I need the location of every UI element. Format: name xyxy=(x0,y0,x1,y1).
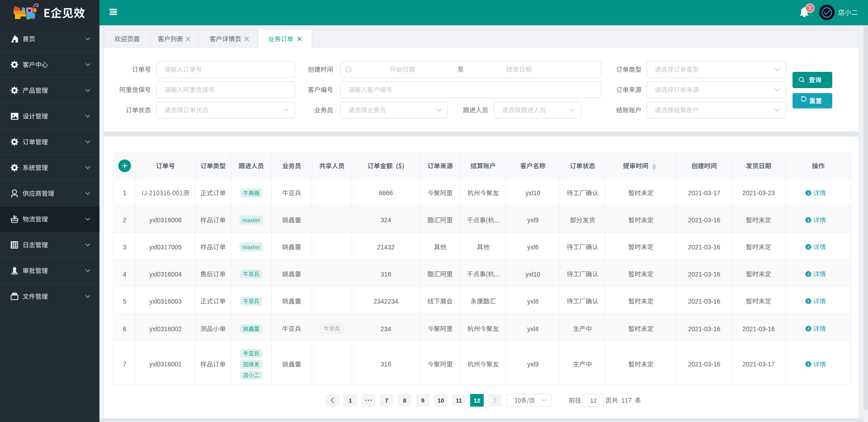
svg-text:316: 316 xyxy=(381,271,392,278)
svg-text:2021-03-16: 2021-03-16 xyxy=(688,298,721,305)
svg-text:5: 5 xyxy=(123,298,127,305)
svg-text:21432: 21432 xyxy=(377,244,395,251)
svg-text:2021-03-16: 2021-03-16 xyxy=(688,325,721,333)
svg-text:2021-03-16: 2021-03-16 xyxy=(742,325,775,333)
svg-text:7: 7 xyxy=(123,361,127,368)
svg-text:yxl4: yxl4 xyxy=(527,325,538,333)
svg-text:4: 4 xyxy=(123,271,127,278)
svg-text:i: i xyxy=(808,244,809,249)
svg-text:8: 8 xyxy=(403,397,406,404)
svg-text:9: 9 xyxy=(421,397,424,404)
svg-text:2021-03-17: 2021-03-17 xyxy=(742,361,775,368)
svg-text:7: 7 xyxy=(385,397,388,404)
svg-text:1: 1 xyxy=(808,5,811,11)
svg-text:6666: 6666 xyxy=(379,189,393,197)
svg-text:2021-03-16: 2021-03-16 xyxy=(688,216,721,224)
svg-text:2021-03-16: 2021-03-16 xyxy=(688,361,721,368)
svg-text:yxl6: yxl6 xyxy=(527,244,538,251)
svg-text:i: i xyxy=(808,326,809,331)
svg-text:324: 324 xyxy=(381,216,392,224)
svg-text:2021-03-16: 2021-03-16 xyxy=(688,271,721,278)
svg-text:2021-03-23: 2021-03-23 xyxy=(742,189,775,197)
svg-text:yxl0316006: yxl0316006 xyxy=(149,216,182,224)
svg-text:yxl0316003: yxl0316003 xyxy=(149,298,182,305)
svg-text:yxl8: yxl8 xyxy=(527,298,538,305)
svg-text:yxl0316004: yxl0316004 xyxy=(149,271,182,278)
svg-text:i: i xyxy=(808,191,809,196)
svg-text:2342234: 2342234 xyxy=(373,298,398,305)
svg-text:234: 234 xyxy=(381,325,392,333)
svg-text:1: 1 xyxy=(349,397,352,404)
svg-text:6: 6 xyxy=(123,325,127,333)
svg-text:3: 3 xyxy=(123,244,127,251)
svg-text:2021-03-17: 2021-03-17 xyxy=(688,189,721,197)
svg-text:i: i xyxy=(808,299,809,304)
svg-text:12: 12 xyxy=(474,397,480,404)
svg-text:yxl10: yxl10 xyxy=(525,271,540,278)
svg-text:yxl9: yxl9 xyxy=(527,216,538,224)
svg-text:2021-03-16: 2021-03-16 xyxy=(688,244,721,251)
svg-text:12: 12 xyxy=(590,397,596,404)
svg-text:i: i xyxy=(808,272,809,277)
svg-text:316: 316 xyxy=(381,361,392,368)
svg-text:2: 2 xyxy=(123,216,127,224)
svg-text:10: 10 xyxy=(438,397,444,404)
svg-text:1: 1 xyxy=(123,189,127,197)
svg-text:i: i xyxy=(808,218,809,223)
svg-text:yxl0316001: yxl0316001 xyxy=(149,361,182,368)
svg-text:yxl0316002: yxl0316002 xyxy=(149,325,182,333)
svg-text:yxl10: yxl10 xyxy=(525,189,540,197)
svg-text:yxl0317005: yxl0317005 xyxy=(149,244,182,251)
svg-text:yxl9: yxl9 xyxy=(527,361,538,368)
svg-text:i: i xyxy=(808,362,809,367)
svg-text:11: 11 xyxy=(456,397,462,404)
